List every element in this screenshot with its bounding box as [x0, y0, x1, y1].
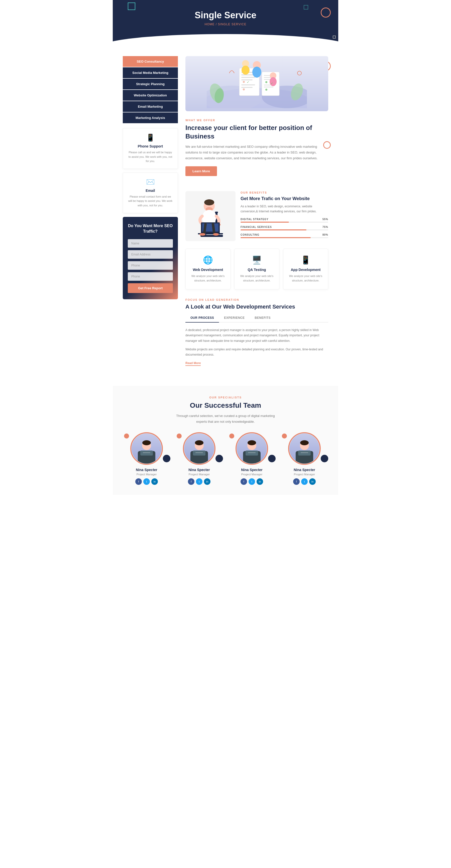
progress-pct-digital: 55% [323, 218, 328, 221]
sidebar-item-marketing[interactable]: Marketing Analysis [123, 113, 178, 123]
team-row: Nina Specter Project Manager f t in [123, 432, 328, 485]
email-input[interactable] [128, 250, 173, 259]
sidebar-item-social[interactable]: Social Media Marketing [123, 67, 178, 78]
progress-pct-financial: 75% [323, 226, 328, 228]
member-4-social: f t in [281, 478, 328, 485]
member-2-linkedin[interactable]: in [204, 478, 210, 485]
sidebar-item-seo[interactable]: SEO Consultancy [123, 56, 178, 67]
member-2-facebook[interactable]: f [188, 478, 194, 485]
team-avatar-1 [130, 432, 163, 465]
get-free-report-button[interactable]: Get Free Report [128, 283, 173, 293]
svg-point-39 [204, 199, 214, 205]
progress-fill-digital [241, 222, 289, 223]
member-3-name: Nina Specter [228, 468, 276, 472]
member-4-twitter[interactable]: t [301, 478, 308, 485]
svg-point-22 [265, 89, 267, 91]
deco-square-1 [128, 2, 135, 10]
team-avatar-wrap-3 [228, 432, 276, 465]
svg-point-46 [200, 233, 206, 236]
svg-rect-65 [248, 452, 255, 453]
progress-financial: FINANCIAL SERVICES 75% [241, 226, 328, 230]
member-3-facebook[interactable]: f [241, 478, 247, 485]
member-3-twitter[interactable]: t [248, 478, 255, 485]
phone2-input[interactable] [128, 272, 173, 281]
member-1-linkedin[interactable]: in [151, 478, 158, 485]
tab-experience[interactable]: EXPERIENCE [219, 314, 249, 322]
svg-rect-37 [215, 212, 218, 213]
benefits-image [185, 191, 236, 241]
phone-card-title: Phone Support [128, 144, 173, 148]
phone-icon: 📱 [128, 133, 173, 142]
webdev-title: A Look at Our Web Development Services [185, 303, 328, 311]
svg-rect-53 [143, 452, 150, 453]
what-we-offer-body: We are full-service Internet marketing a… [185, 144, 328, 161]
benefits-section: OUR BENEFITS Get More Trafic on Your Web… [185, 191, 328, 241]
sidebar-item-email[interactable]: Email Marketing [123, 101, 178, 112]
deco-square-3 [333, 36, 336, 38]
seo-form-box: Do You Want More SEO Traffic? Get Free R… [123, 217, 178, 300]
svg-point-11 [243, 81, 245, 83]
service-webdev-body: We analyze your web site's structure, ar… [189, 274, 227, 283]
sidebar-item-strategic[interactable]: Strategic Planning [123, 79, 178, 89]
svg-rect-71 [301, 452, 308, 453]
svg-rect-59 [196, 452, 203, 453]
member-3-role: Progect Manager [228, 473, 276, 476]
breadcrumb: HOME / SINGLE SERVICE [118, 23, 333, 26]
breadcrumb-home[interactable]: HOME [205, 23, 215, 26]
header-wave [113, 34, 338, 46]
team-avatar-2 [183, 432, 215, 465]
webdev-para-2: Website projects are complex and require… [185, 347, 328, 358]
hero-illustration: ✓ ✓ [207, 58, 307, 109]
benefits-content: OUR BENEFITS Get More Trafic on Your Web… [241, 191, 328, 241]
qa-icon: 🖥️ [238, 255, 275, 265]
form-title: Do You Want More SEO Traffic? [128, 223, 173, 235]
sidebar: SEO Consultancy Social Media Marketing S… [123, 56, 178, 376]
svg-point-26 [252, 67, 261, 78]
service-app-title: App Development [287, 268, 324, 272]
team-section: OUR SPECIALISTS Our Successful Team Thro… [113, 386, 338, 495]
member-1-role: Project Manager [123, 473, 170, 476]
service-app-body: We analyze your web site's structure, ar… [287, 274, 324, 283]
what-we-offer-section: WHAT WE OFFER Increase your client for b… [185, 119, 328, 184]
name-input[interactable] [128, 239, 173, 248]
email-icon: ✉️ [128, 178, 173, 186]
progress-bg-consulting [241, 237, 328, 238]
svg-point-70 [300, 440, 309, 445]
member-1-name: Nina Specter [123, 468, 170, 472]
service-card-qa: 🖥️ QA Testing We analyze your web site's… [234, 249, 279, 289]
read-more-link[interactable]: Read More [185, 361, 201, 366]
svg-point-24 [242, 66, 249, 74]
what-we-offer-title: Increase your client for better position… [185, 124, 328, 141]
learn-more-button[interactable]: Learn More [185, 166, 217, 176]
progress-label-financial: FINANCIAL SERVICES [241, 226, 272, 228]
sidebar-item-website[interactable]: Website Optimization [123, 90, 178, 101]
tab-benefits[interactable]: BENEFITS [250, 314, 276, 322]
member-2-twitter[interactable]: t [196, 478, 203, 485]
progress-bg-financial [241, 229, 328, 230]
svg-rect-9 [241, 77, 255, 78]
progress-fill-financial [241, 229, 306, 230]
tab-our-process[interactable]: OUR PROCESS [185, 314, 219, 322]
member-2-role: Progect Manager [175, 473, 223, 476]
svg-text:✓: ✓ [247, 81, 249, 84]
member-1-facebook[interactable]: f [135, 478, 142, 485]
webdev-label: FOCUS ON LEAD GENERATION [185, 298, 328, 301]
webdev-tab-content: A dedicated, professional project manage… [185, 328, 328, 366]
progress-label-digital: DIGITAL STRATEGY [241, 218, 269, 221]
progress-label-consulting: CONSULTING [241, 234, 259, 236]
member-4-linkedin[interactable]: in [309, 478, 316, 485]
app-icon: 📱 [287, 255, 324, 265]
member-1-twitter[interactable]: t [143, 478, 150, 485]
team-member-2: Nina Specter Progect Manager f t in [175, 432, 223, 485]
svg-point-58 [195, 440, 204, 445]
progress-bg-digital [241, 222, 328, 223]
svg-point-64 [247, 440, 256, 445]
team-member-4: Nina Specter Progect Manager f t in [281, 432, 328, 485]
page-title: Single Service [118, 10, 333, 21]
phone-input[interactable] [128, 261, 173, 270]
webdev-tabs: OUR PROCESS EXPERIENCE BENEFITS [185, 314, 328, 322]
member-3-linkedin[interactable]: in [257, 478, 263, 485]
svg-rect-13 [241, 87, 252, 88]
member-1-social: f t in [123, 478, 170, 485]
member-4-facebook[interactable]: f [293, 478, 300, 485]
